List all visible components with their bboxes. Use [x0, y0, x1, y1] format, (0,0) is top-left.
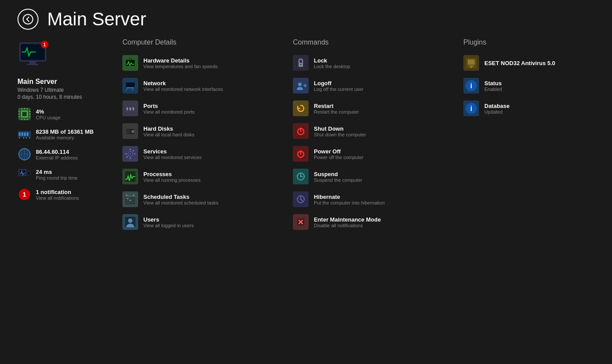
svg-point-91: [128, 218, 132, 223]
ip-icon: [17, 147, 31, 161]
eset-icon: [463, 55, 479, 71]
svg-point-63: [133, 108, 134, 110]
network-title: Network: [143, 80, 223, 87]
stat-memory-text: 8238 MB of 16361 MB Available memory: [36, 128, 94, 140]
menu-item-ports[interactable]: Ports View all monitored ports: [122, 101, 275, 116]
notifications-label: View all notifications: [36, 195, 79, 201]
notification-icon: 1: [17, 187, 31, 201]
lock-icon: [293, 55, 309, 71]
stat-notifications[interactable]: 1 1 notification View all notifications: [17, 187, 105, 201]
ports-desc: View all monitored ports: [143, 109, 195, 114]
menu-item-tasks[interactable]: Scheduled Tasks View all monitored sched…: [122, 191, 275, 207]
menu-item-shutdown[interactable]: Shut Down Shut down the computer: [293, 123, 446, 139]
users-icon: [122, 214, 138, 230]
menu-item-processes[interactable]: Processes View all running processes: [122, 169, 275, 184]
svg-rect-48: [126, 83, 135, 87]
svg-rect-120: [468, 59, 475, 65]
svg-rect-30: [29, 137, 30, 139]
menu-item-hardware[interactable]: Hardware Details View temperatures and f…: [122, 55, 275, 71]
poweroff-title: Power Off: [314, 148, 364, 155]
menu-item-logoff[interactable]: Logoff Log off the current user: [293, 78, 446, 94]
restart-title: Restart: [314, 103, 359, 109]
svg-text:i: i: [470, 105, 472, 112]
stat-notifications-text: 1 notification View all notifications: [36, 189, 79, 201]
back-button[interactable]: [17, 9, 38, 30]
svg-point-62: [130, 108, 131, 110]
sections: Computer Details Hardware Details View t…: [114, 38, 595, 237]
hibernate-icon: [293, 191, 309, 207]
svg-point-94: [300, 64, 302, 66]
menu-item-suspend[interactable]: Suspend Suspend the computer: [293, 169, 446, 184]
svg-point-61: [127, 108, 128, 110]
hardware-text: Hardware Details View temperatures and f…: [143, 57, 218, 69]
svg-rect-76: [125, 153, 127, 155]
svg-rect-98: [296, 103, 306, 114]
processes-icon: [122, 169, 138, 184]
commands-title: Commands: [293, 38, 446, 48]
restart-text: Restart Restart the computer: [314, 103, 359, 114]
svg-rect-46: [129, 58, 132, 59]
svg-point-55: [126, 90, 127, 90]
processes-text: Processes View all running processes: [143, 171, 201, 183]
shutdown-text: Shut Down Shut down the computer: [314, 125, 366, 137]
database-icon: i: [463, 101, 479, 116]
stat-ip[interactable]: 86.44.60.114 External IP address: [17, 147, 105, 161]
hardware-icon: [122, 55, 138, 71]
menu-item-database[interactable]: i Database Updated: [463, 101, 586, 116]
svg-rect-4: [27, 64, 38, 65]
services-text: Services View all monitored services: [143, 148, 202, 160]
processes-desc: View all running processes: [143, 177, 201, 183]
commands-section: Commands Lock Lock the desktop: [284, 38, 455, 237]
status-title: Status: [484, 80, 502, 87]
plugins-section: Plugins ESET NOD32 Antivirus 5.0: [455, 38, 595, 237]
hardware-title: Hardware Details: [143, 57, 218, 64]
svg-point-114: [300, 199, 302, 200]
svg-rect-3: [30, 61, 36, 64]
memory-value: 8238 MB of 16361 MB: [36, 128, 94, 135]
logoff-title: Logoff: [314, 80, 364, 87]
eset-title: ESET NOD32 Antivirus 5.0: [484, 60, 555, 66]
maintenance-icon: [293, 214, 309, 230]
harddisks-text: Hard Disks View all local hard disks: [143, 125, 195, 137]
menu-item-restart[interactable]: Restart Restart the computer: [293, 101, 446, 116]
menu-item-hibernate[interactable]: Hibernate Put the computer into hibernat…: [293, 191, 446, 207]
menu-item-maintenance[interactable]: Enter Maintenance Mode Disable all notif…: [293, 214, 446, 230]
menu-item-poweroff[interactable]: Power Off Power off the computer: [293, 146, 446, 162]
poweroff-text: Power Off Power off the computer: [314, 148, 364, 160]
suspend-icon: [293, 169, 309, 184]
menu-item-status[interactable]: i Status Enabled: [463, 78, 586, 94]
stat-ping-text: 24 ms Ping round trip time: [36, 169, 77, 180]
lock-title: Lock: [314, 57, 350, 64]
svg-rect-77: [134, 153, 136, 155]
svg-text:1: 1: [43, 42, 46, 47]
users-text: Users View all logged in users: [143, 216, 194, 228]
stat-memory[interactable]: 8238 MB of 16361 MB Available memory: [17, 127, 105, 141]
lock-text: Lock Lock the desktop: [314, 57, 350, 69]
svg-rect-88: [127, 198, 129, 199]
stat-ping[interactable]: 24 ms Ping round trip time: [17, 167, 105, 181]
menu-item-lock[interactable]: Lock Lock the desktop: [293, 55, 446, 71]
menu-item-network[interactable]: Network View all monitored network inter…: [122, 78, 275, 94]
svg-rect-74: [130, 149, 131, 150]
suspend-desc: Suspend the computer: [314, 177, 362, 183]
shutdown-icon: [293, 123, 309, 139]
stat-cpu[interactable]: 4% CPU usage: [17, 107, 105, 121]
menu-item-users[interactable]: Users View all logged in users: [122, 214, 275, 230]
svg-rect-41: [28, 171, 30, 175]
menu-item-services[interactable]: Services View all monitored services: [122, 146, 275, 162]
services-title: Services: [143, 148, 202, 155]
menu-item-harddisks[interactable]: Hard Disks View all local hard disks: [122, 123, 275, 139]
server-icon-wrap: 1: [17, 38, 52, 73]
menu-item-eset[interactable]: ESET NOD32 Antivirus 5.0: [463, 55, 586, 71]
cpu-value: 4%: [36, 108, 60, 115]
database-text: Database Updated: [484, 103, 510, 114]
server-info-panel: 1 Main Server Windows 7 Ultimate 0 days,…: [17, 38, 114, 237]
harddisks-title: Hard Disks: [143, 125, 195, 132]
lock-desc: Lock the desktop: [314, 64, 350, 69]
ping-label: Ping round trip time: [36, 175, 77, 180]
ports-title: Ports: [143, 103, 195, 109]
cpu-label: CPU usage: [36, 115, 60, 120]
page-title: Main Server: [47, 9, 146, 30]
tasks-text: Scheduled Tasks View all monitored sched…: [143, 194, 219, 205]
processes-title: Processes: [143, 171, 201, 177]
